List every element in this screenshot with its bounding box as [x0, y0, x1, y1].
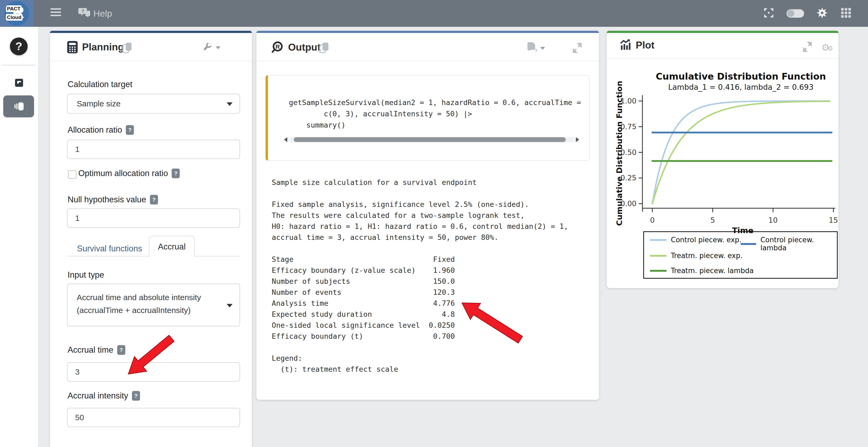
planning-title: Planning [82, 41, 124, 53]
planning-accent-bar [50, 31, 252, 33]
svg-text:0.75: 0.75 [620, 123, 637, 131]
calculation-target-label: Calculation target [68, 79, 132, 89]
legend-label: Treatm. piecew. exp. [671, 252, 742, 260]
help-label: Help [93, 8, 112, 19]
chart-icon [620, 39, 631, 51]
r-search-icon: R [271, 41, 284, 54]
logo-circle: R PACT Cloud [4, 1, 29, 26]
svg-text:0.50: 0.50 [620, 148, 637, 157]
null-hypothesis-input[interactable] [67, 208, 240, 228]
accrual-time-help-icon[interactable]: ? [117, 345, 125, 355]
logo-text-pact: PACT [6, 5, 22, 12]
app-logo[interactable]: R PACT Cloud [0, 0, 33, 27]
scroll-track[interactable] [290, 137, 573, 142]
allocation-ratio-input[interactable] [67, 140, 240, 159]
accrual-time-label: Accrual time ? [68, 345, 125, 355]
svg-text:1.00: 1.00 [620, 97, 637, 105]
legend-swatch-control-exp [650, 239, 666, 241]
output-title: Output [288, 42, 320, 53]
plot-expand-icon[interactable] [802, 41, 813, 53]
null-hypothesis-label: Null hypothesis value ? [68, 195, 158, 204]
accrual-intensity-help-icon[interactable]: ? [132, 391, 140, 401]
grid-apps-icon[interactable] [840, 7, 852, 20]
accrual-time-input[interactable] [67, 362, 240, 382]
tab-accrual[interactable]: Accrual [149, 236, 195, 257]
accrual-intensity-input[interactable] [67, 408, 240, 427]
wrench-icon[interactable] [202, 42, 212, 53]
svg-text:0.25: 0.25 [620, 174, 637, 182]
accrual-intensity-label: Accrual intensity ? [68, 391, 140, 401]
export-caret-icon[interactable] [540, 47, 545, 50]
sun-icon[interactable] [816, 7, 828, 20]
help-chat-icon: ? [78, 7, 91, 20]
planning-header: Planning [50, 33, 252, 61]
user-avatar[interactable]: ? [10, 37, 28, 55]
code-horizontal-scrollbar[interactable] [284, 137, 579, 143]
legend-label: Control piecew. exp. [671, 236, 741, 244]
hamburger-menu-icon[interactable] [51, 8, 61, 19]
chart-legend: Control piecew. exp. Control piecew. lam… [643, 231, 838, 279]
scroll-right-icon[interactable] [576, 137, 579, 142]
wrench-caret-icon[interactable] [216, 46, 220, 49]
sidebar-item-steps-icon[interactable] [15, 79, 23, 87]
plot-header: Plot ⚙⚙ [607, 33, 838, 59]
legend-item: Control piecew. lambda [741, 236, 837, 252]
calculation-target-value: Sample size [77, 98, 120, 110]
legend-item: Control piecew. exp. [650, 236, 741, 244]
logo-text-cloud: Cloud [6, 14, 23, 21]
svg-text:0.00: 0.00 [620, 199, 637, 208]
input-type-select[interactable]: Accrual time and absolute intensity (acc… [67, 283, 240, 326]
optimum-allocation-help-icon[interactable]: ? [172, 169, 180, 178]
calculation-target-select[interactable]: Sample size [67, 94, 240, 114]
allocation-ratio-help-icon[interactable]: ? [126, 125, 134, 135]
arrows-expand-icon[interactable] [763, 7, 775, 20]
cdf-chart: 0.000.250.500.751.00051015 [607, 58, 838, 229]
copy-icon[interactable] [122, 42, 132, 55]
legend-label: Treatm. piecew. lambda [671, 267, 754, 275]
result-output: Sample size calculation for a survival e… [272, 177, 568, 375]
null-hypothesis-help-icon[interactable]: ? [150, 195, 158, 204]
r-code: getSampleSizeSurvival(median2 = 1, hazar… [289, 97, 581, 131]
output-title-row: R Output [271, 41, 320, 54]
top-bar: R PACT Cloud ? Help [0, 0, 868, 27]
toggle-knob [787, 10, 794, 17]
legend-item: Treatm. piecew. lambda [650, 267, 754, 275]
legend-swatch-treatm-lambda [650, 270, 666, 272]
chart-x-axis-label: Time [703, 226, 783, 235]
optimum-allocation-label: Optimum allocation ratio ? [78, 169, 180, 178]
optimum-allocation-checkbox[interactable] [68, 170, 76, 178]
export-icon[interactable] [527, 41, 537, 55]
copy-icon[interactable] [319, 42, 330, 55]
allocation-ratio-label: Allocation ratio ? [68, 125, 134, 135]
sidebar-item-panels-active[interactable] [3, 95, 34, 117]
help-button[interactable]: ? Help [78, 7, 112, 20]
svg-text:15: 15 [829, 216, 838, 224]
svg-text:10: 10 [769, 216, 778, 224]
legend-label: Control piecew. lambda [761, 236, 837, 252]
scroll-thumb[interactable] [294, 137, 566, 142]
chevron-down-icon [227, 102, 232, 106]
left-sidebar: ? [0, 27, 38, 447]
chevron-down-icon [227, 304, 232, 307]
legend-item: Treatm. piecew. exp. [650, 252, 742, 260]
input-type-value-line1: Accrual time and absolute intensity [77, 291, 201, 303]
rpact-cloud-app: R PACT Cloud ? Help [0, 0, 868, 447]
svg-text:?: ? [82, 8, 85, 14]
theme-toggle[interactable] [786, 9, 804, 18]
plot-settings-gears-icon[interactable]: ⚙⚙ [821, 42, 833, 53]
plot-accent-bar [607, 31, 838, 33]
plot-panel: Plot ⚙⚙ Cumulative Distribution Function… [607, 31, 838, 288]
sidebar-divider [3, 65, 35, 65]
svg-text:0: 0 [650, 216, 654, 224]
output-expand-icon[interactable] [572, 43, 583, 55]
svg-text:5: 5 [710, 216, 715, 224]
planning-panel: Planning Calcul [50, 31, 252, 447]
output-header: R Output [256, 33, 599, 61]
scroll-left-icon[interactable] [284, 137, 287, 142]
input-type-label: Input type [68, 270, 104, 280]
plot-title-row: Plot [620, 39, 654, 51]
tab-survival-functions[interactable]: Survival functions [77, 244, 142, 253]
output-panel: R Output [256, 31, 599, 400]
input-type-value-line2: (accrualTime + accrualIntensity) [77, 304, 191, 316]
legend-swatch-treatm-exp [650, 255, 666, 257]
